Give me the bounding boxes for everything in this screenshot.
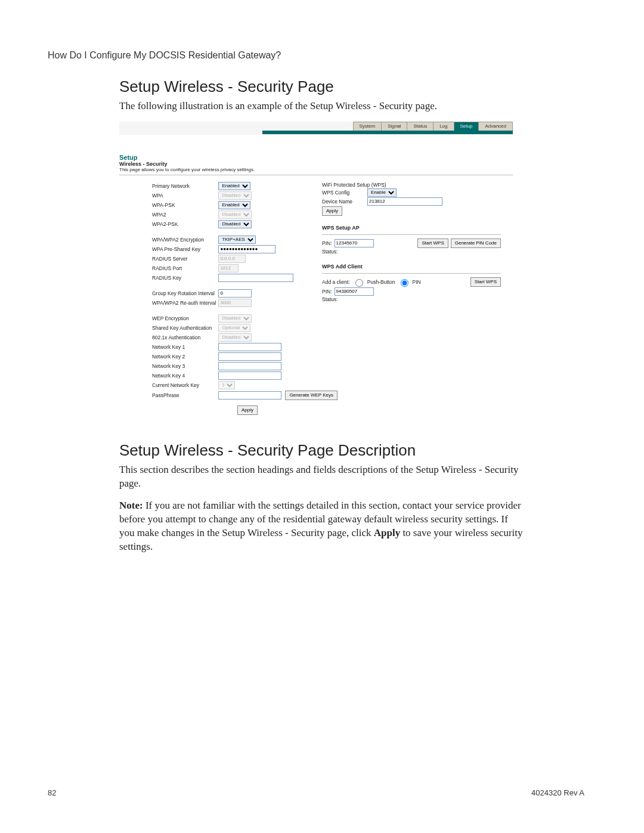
input-nk4[interactable] — [218, 371, 281, 380]
lbl-pin-radio: PIN — [413, 279, 421, 285]
right-column: WiFi Protected Setup (WPS) WPS Config En… — [322, 181, 501, 415]
input-radius-key[interactable] — [218, 274, 293, 282]
columns: Primary Network Enabled WPA Disabled WPA… — [119, 181, 513, 415]
lbl-push-button: Push-Button — [367, 279, 395, 285]
lbl-nk1: Network Key 1 — [119, 342, 217, 352]
input-device-name[interactable] — [367, 197, 442, 206]
section-1: Setup Wireless - Security Page The follo… — [119, 78, 525, 113]
sel-dot1x: Disabled — [218, 333, 252, 342]
lbl-shared-auth: Shared Key Authentication — [119, 323, 217, 333]
wps-title: WiFi Protected Setup (WPS) — [322, 182, 501, 188]
lbl-wpa2-psk: WPA2-PSK — [119, 219, 217, 229]
lbl-ap-status: Status: — [322, 249, 338, 255]
lbl-passphrase: PassPhrase — [119, 390, 217, 401]
tabs-row: System Signal Status Log Setup Advanced — [353, 122, 513, 131]
divider — [119, 175, 513, 175]
wps-add-client-title: WPS Add Client — [322, 264, 501, 270]
lbl-wps-config: WPS Config — [322, 190, 365, 196]
left-column: Primary Network Enabled WPA Disabled WPA… — [119, 181, 316, 415]
lbl-nk3: Network Key 3 — [119, 361, 217, 371]
tab-log[interactable]: Log — [434, 122, 454, 131]
sel-wpa-psk[interactable]: Enabled — [218, 201, 250, 209]
doc-id: 4024320 Rev A — [531, 788, 584, 797]
footer: 82 4024320 Rev A — [48, 788, 584, 797]
lbl-client-pin: PIN: — [322, 289, 332, 295]
sel-wps-config[interactable]: Enable — [367, 188, 397, 197]
sel-cur-key: 1 — [218, 381, 235, 389]
divider — [322, 273, 501, 274]
apply-button-left[interactable]: Apply — [237, 405, 258, 415]
tab-system[interactable]: System — [354, 122, 382, 131]
setup-subtitle: Wireless - Security — [119, 161, 513, 167]
lbl-wpa: WPA — [119, 191, 217, 200]
note-strong: Note: — [119, 500, 143, 511]
sel-shared-auth: Optional — [218, 324, 250, 332]
lbl-wep-enc: WEP Encryption — [119, 314, 217, 323]
sel-encryption[interactable]: TKIP+AES — [218, 236, 256, 244]
input-nk1[interactable] — [218, 343, 281, 351]
input-psk[interactable] — [218, 245, 275, 253]
sel-wpa2-psk[interactable]: Disabled — [218, 220, 252, 228]
sel-primary-network[interactable]: Enabled — [218, 182, 250, 190]
tab-advanced[interactable]: Advanced — [479, 122, 512, 131]
tab-status[interactable]: Status — [407, 122, 434, 131]
section-1-title: Setup Wireless - Security Page — [119, 78, 525, 96]
lbl-client-status: Status: — [322, 296, 338, 302]
setup-head: Setup Wireless - Security This page allo… — [119, 154, 513, 172]
start-wps-ap-button[interactable]: Start WPS — [417, 239, 448, 248]
page-number: 82 — [48, 788, 56, 797]
input-reauth — [218, 299, 252, 307]
input-radius-server — [218, 255, 246, 263]
sel-wpa: Disabled — [218, 191, 252, 200]
generate-pin-button[interactable]: Generate PIN Code — [451, 239, 501, 248]
input-gkri[interactable] — [218, 289, 252, 298]
input-nk2[interactable] — [218, 352, 281, 361]
lbl-reauth: WPA/WPA2 Re-auth Interval — [119, 298, 217, 308]
setup-title: Setup — [119, 154, 513, 161]
lbl-radius-port: RADIUS Port — [119, 264, 217, 273]
lbl-wpa2: WPA2 — [119, 210, 217, 219]
start-wps-client-button[interactable]: Start WPS — [470, 277, 501, 287]
sel-wep-enc: Disabled — [218, 314, 252, 323]
screenshot: System Signal Status Log Setup Advanced … — [119, 122, 513, 421]
lbl-psk: WPA Pre-Shared Key — [119, 244, 217, 254]
tab-setup[interactable]: Setup — [454, 122, 479, 131]
lbl-gkri: Group Key Rotation Interval — [119, 289, 217, 298]
section-2-body-1: This section describes the section headi… — [119, 463, 525, 491]
setup-desc: This page allows you to configure your w… — [119, 167, 513, 172]
tab-signal[interactable]: Signal — [382, 122, 407, 131]
lbl-nk2: Network Key 2 — [119, 352, 217, 361]
lbl-radius-server: RADIUS Server — [119, 254, 217, 264]
lbl-dot1x: 802.1x Authentication — [119, 333, 217, 342]
accent-bar — [262, 131, 513, 134]
lbl-nk4: Network Key 4 — [119, 371, 217, 380]
divider — [322, 234, 501, 235]
section-2: Setup Wireless - Security Page Descripti… — [119, 441, 525, 554]
input-radius-port — [218, 264, 239, 272]
lbl-cur-key: Current Network Key — [119, 380, 217, 390]
lbl-primary-network: Primary Network — [119, 181, 217, 191]
radio-pin[interactable] — [401, 279, 408, 287]
sel-wpa2: Disabled — [218, 210, 252, 219]
lbl-encryption: WPA/WPA2 Encryption — [119, 235, 217, 244]
section-2-title: Setup Wireless - Security Page Descripti… — [119, 441, 525, 460]
apply-button-right[interactable]: Apply — [322, 206, 342, 216]
left-form: Primary Network Enabled WPA Disabled WPA… — [119, 181, 339, 401]
input-passphrase[interactable] — [218, 391, 281, 400]
tabs-bar: System Signal Status Log Setup Advanced — [119, 122, 513, 135]
page: How Do I Configure My DOCSIS Residential… — [0, 0, 644, 833]
input-client-pin[interactable] — [335, 287, 374, 296]
input-ap-pin[interactable] — [335, 239, 374, 247]
apply-strong: Apply — [374, 527, 400, 538]
lbl-ap-pin: PIN: — [322, 240, 332, 246]
lbl-wpa-psk: WPA-PSK — [119, 200, 217, 210]
lbl-add-client: Add a client: — [322, 279, 350, 285]
input-nk3[interactable] — [218, 362, 281, 370]
shot-body: Setup Wireless - Security This page allo… — [119, 135, 513, 421]
lbl-radius-key: RADIUS Key — [119, 273, 217, 283]
radio-push-button[interactable] — [355, 279, 363, 287]
wps-setup-ap-title: WPS Setup AP — [322, 225, 501, 231]
section-2-body-2: Note: If you are not familiar with the s… — [119, 499, 525, 554]
section-1-body: The following illustration is an example… — [119, 100, 525, 113]
lbl-device-name: Device Name — [322, 199, 365, 205]
